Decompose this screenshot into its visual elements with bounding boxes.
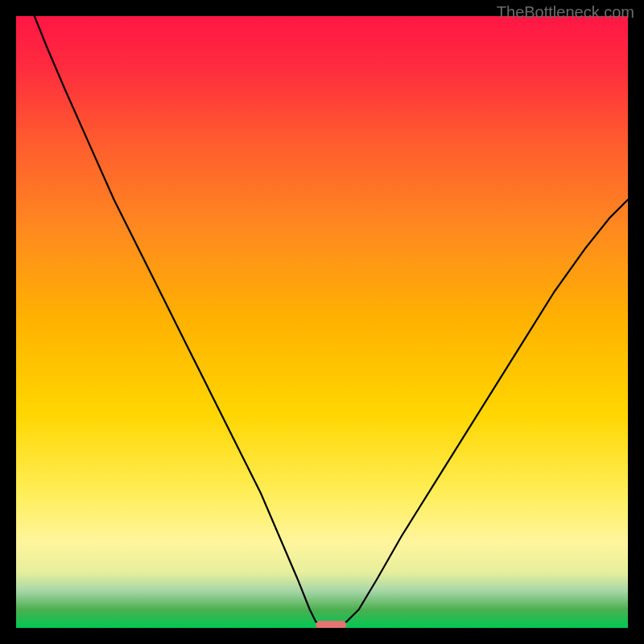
- bottleneck-chart: [16, 16, 628, 628]
- watermark-text: TheBottleneck.com: [497, 3, 634, 22]
- optimal-marker: [316, 621, 346, 628]
